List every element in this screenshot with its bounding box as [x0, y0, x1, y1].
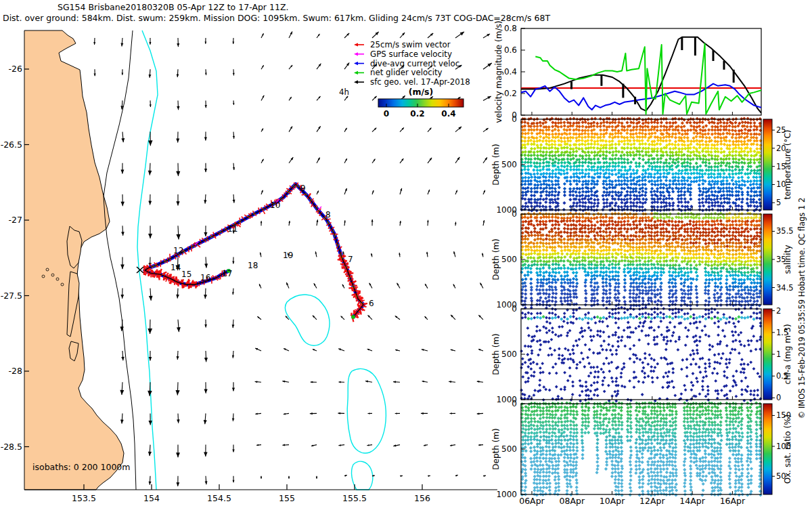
current-arrow-head — [204, 169, 207, 172]
current-arrow-head — [148, 329, 152, 334]
current-arrow-head — [176, 295, 179, 299]
imos-watermark: © IMOS 15-Feb-2019 05:35:59 Hobart time.… — [797, 98, 808, 508]
salinity-scatter — [675, 259, 678, 263]
colorbar-tick-label: 34.5 — [776, 283, 794, 293]
colorbar-tick-label: 1 — [776, 350, 781, 359]
legend-entry-label: net glider velocity — [370, 68, 443, 77]
isobaths-label: isobaths: 0 200 1000m — [32, 462, 131, 472]
current-arrow-head — [205, 73, 207, 75]
salinity-scatter — [653, 212, 726, 220]
current-arrow-head — [148, 391, 152, 396]
velocity-curves — [521, 37, 761, 114]
dive-number-label: 9 — [300, 184, 306, 193]
current-arrow-head — [121, 357, 125, 361]
subsample-label: 4h — [339, 87, 349, 97]
islet — [42, 275, 45, 278]
dive-number-label: 6 — [369, 299, 374, 308]
map-y-tick-label: -28 — [9, 366, 22, 376]
current-arrow-head — [149, 357, 152, 360]
current-arrow-head — [205, 481, 208, 484]
oxygen-colorbar — [763, 404, 772, 494]
temperature-colorbar — [763, 119, 772, 210]
map-colorbar-tick-label: 0 — [384, 109, 389, 119]
current-arrow-head — [176, 138, 179, 142]
current-arrow-head — [148, 234, 152, 238]
map-colorbar — [378, 99, 464, 107]
current-arrow-head — [338, 349, 341, 351]
depth-tick-label: 1000 — [496, 490, 517, 499]
current-arrow-head — [345, 475, 347, 476]
current-arrow-head — [204, 389, 207, 393]
current-arrow-head — [120, 43, 123, 47]
map-y-tick-label: -27 — [9, 215, 22, 225]
current-arrow-head — [150, 104, 152, 107]
current-arrow-head — [455, 475, 457, 476]
oxygen-scatter — [520, 452, 763, 497]
dive-number-label: 11 — [227, 224, 238, 234]
current-arrow-head — [94, 73, 96, 76]
current-arrow-head — [233, 73, 235, 76]
current-arrow-head — [478, 444, 480, 446]
current-arrow-head — [148, 452, 152, 456]
dive-number-label: 12 — [173, 246, 183, 255]
current-arrow-head — [428, 190, 430, 192]
dive-number-label: 8 — [325, 210, 331, 219]
current-arrow-head — [204, 324, 207, 327]
velocity-series-black — [521, 37, 761, 113]
current-arrow-head — [395, 412, 397, 415]
current-arrow-head — [122, 72, 124, 75]
current-arrow-head — [372, 190, 374, 192]
colorbar-tick-label: 0 — [776, 393, 781, 402]
section-panel-chl: 05001000Depth (m)21.510.50chl-a (mg m-3) — [491, 304, 792, 404]
velocity-frame — [521, 28, 761, 115]
salinity-colorbar — [763, 214, 772, 305]
current-arrow-head — [460, 32, 464, 36]
current-arrow-head — [233, 136, 235, 139]
current-arrow-head — [365, 380, 368, 382]
map-x-tick-label: 154.5 — [207, 493, 231, 503]
current-arrow-head — [120, 390, 124, 395]
temperature-scatter — [531, 135, 746, 144]
chl-colorbar-label: chl-a (mg m-3) — [783, 324, 792, 384]
map-legend: 25cm/s swim vectorGPS surface velocitydi… — [339, 40, 470, 119]
current-arrow-head — [148, 171, 152, 175]
current-arrow-head — [261, 221, 263, 223]
islet — [61, 283, 64, 286]
salinity-scatter — [725, 211, 762, 220]
current-arrow-head — [120, 420, 124, 424]
velocity-y-tick-label: 0.2 — [504, 89, 517, 98]
temperature-scatter — [536, 150, 717, 158]
current-arrow-head — [121, 232, 125, 236]
current-arrow-head — [176, 452, 180, 457]
current-arrow-head — [204, 200, 206, 203]
current-arrow-head — [148, 75, 151, 78]
current-arrow-head — [149, 42, 151, 45]
current-arrow-head — [204, 263, 208, 268]
depth-tick-label: 0 — [512, 399, 517, 408]
glider-mission-figure: SG154 Brisbane20180320B 05-Apr 12Z to 17… — [0, 0, 812, 508]
dive-number-label: 15 — [181, 270, 191, 279]
dive-number-label: 14 — [171, 263, 181, 272]
map-y-tick-label: -26 — [9, 64, 22, 74]
dive-number-label: 18 — [248, 261, 258, 270]
dive-number-label: 19 — [283, 251, 293, 260]
velocity-panel: 00.20.40.60.8velocity magnitude (m/s) — [494, 21, 761, 123]
current-arrow-head — [477, 412, 480, 415]
legend-entry-label: sfc geo. vel. 17-Apr-2018 — [370, 77, 470, 87]
current-arrow-head — [478, 349, 480, 350]
current-arrow-head — [449, 412, 451, 415]
legend-arrow-head — [354, 43, 358, 46]
time-tick-label: 06Apr — [519, 496, 545, 506]
current-arrow-head — [204, 295, 207, 299]
current-arrow-head — [177, 327, 181, 332]
turn-x-marker — [137, 267, 143, 273]
glider-track — [137, 182, 367, 322]
legend-entry-label: 25cm/s swim vector — [370, 40, 451, 49]
current-arrow-head — [120, 264, 125, 269]
net-glider-velocity-mark — [352, 315, 355, 318]
oxygen-colorbar-label: Ox. sat. ratio (%) — [783, 415, 792, 484]
chl-colorbar — [763, 309, 772, 400]
current-arrow-head — [371, 219, 374, 222]
current-arrow-head — [120, 170, 124, 174]
velocity-y-tick-label: 0.8 — [504, 24, 517, 33]
